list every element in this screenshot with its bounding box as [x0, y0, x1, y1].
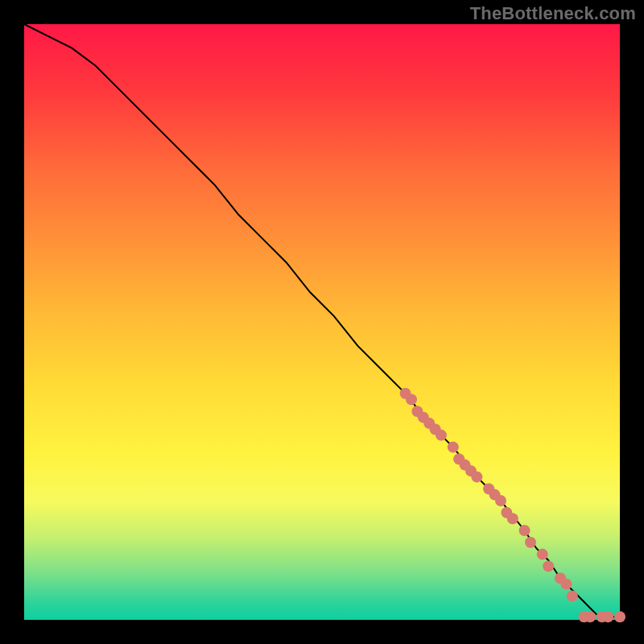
data-marker — [537, 549, 548, 560]
data-marker — [584, 611, 596, 622]
data-marker — [471, 471, 482, 482]
data-marker — [602, 611, 613, 622]
data-marker — [436, 430, 447, 441]
data-marker — [614, 611, 625, 622]
data-marker — [567, 590, 578, 601]
data-marker — [525, 537, 536, 548]
marker-layer — [400, 388, 625, 623]
data-marker — [519, 525, 530, 536]
data-marker — [406, 394, 417, 405]
chart-svg — [24, 24, 620, 620]
plot-area — [24, 24, 620, 620]
data-marker — [507, 513, 518, 524]
data-marker — [495, 495, 506, 506]
data-marker — [543, 560, 554, 572]
curve-line — [24, 24, 620, 617]
data-marker — [448, 441, 459, 452]
data-marker — [560, 579, 572, 590]
watermark-text: TheBottleneck.com — [470, 3, 636, 24]
chart-stage: TheBottleneck.com — [0, 0, 644, 644]
